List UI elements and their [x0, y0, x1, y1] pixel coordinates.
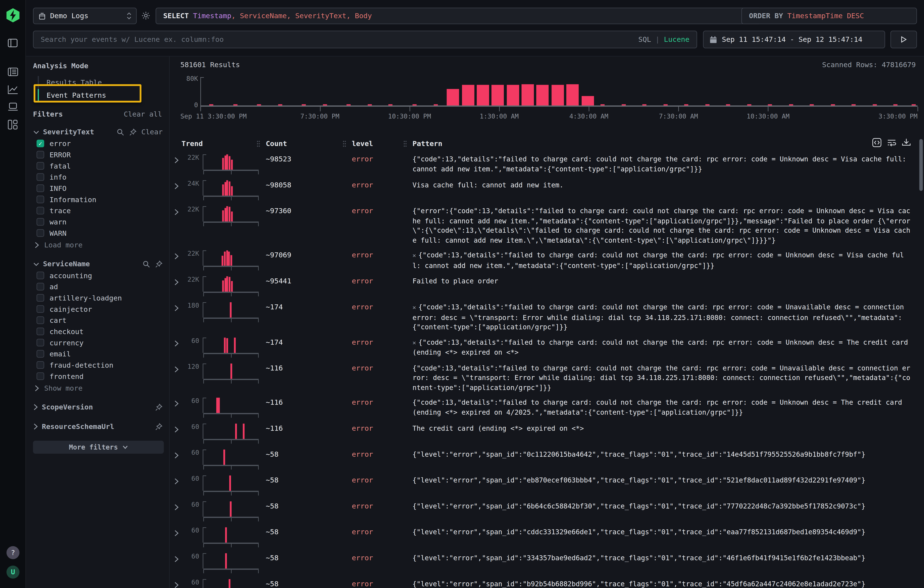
mode-event-patterns[interactable]: Event Patterns [38, 89, 164, 102]
column-resize-handle[interactable] [343, 140, 346, 147]
checkbox[interactable] [36, 184, 44, 192]
col-trend[interactable]: Trend [182, 140, 203, 148]
expand-row-chevron-icon[interactable] [170, 153, 182, 164]
filter-option-cart[interactable]: cart [33, 315, 164, 326]
checkbox[interactable] [36, 173, 44, 181]
load-more-link[interactable]: Load more [33, 240, 164, 250]
chart-explorer-icon[interactable] [8, 85, 18, 94]
checkbox[interactable] [36, 339, 44, 346]
pattern-row[interactable]: 22K~98523error{"code":13,"details":"fail… [170, 149, 919, 175]
pattern-row[interactable]: 60~116error{"code":13,"details":"failed … [170, 392, 919, 418]
histogram-bar[interactable] [566, 84, 579, 105]
pattern-text[interactable]: Visa cache full: cannot add new item. [412, 179, 919, 190]
pattern-row[interactable]: 60~58error{"level":"error","span_id":"0c… [170, 444, 919, 470]
pin-icon[interactable] [155, 403, 163, 411]
checkbox[interactable] [36, 162, 44, 170]
pattern-row[interactable]: 24K~98058errorVisa cache full: cannot ad… [170, 175, 919, 201]
filter-group-servicename[interactable]: ServiceName [33, 258, 164, 270]
checkbox[interactable] [36, 305, 44, 313]
filter-option-currency[interactable]: currency [33, 337, 164, 348]
pin-icon[interactable] [129, 128, 137, 136]
pattern-text[interactable]: {"error":{"code":13,"details":"failed to… [412, 205, 919, 245]
checkbox[interactable] [36, 196, 44, 203]
sql-select-editor[interactable]: SELECT Timestamp, ServiceName, SeverityT… [155, 8, 761, 24]
checkbox[interactable] [36, 316, 44, 324]
histogram-bar[interactable] [507, 85, 519, 105]
client-sessions-icon[interactable] [8, 102, 18, 111]
filter-option-warn[interactable]: WARN [33, 227, 164, 239]
col-pattern[interactable]: Pattern [412, 140, 442, 148]
filter-option-info[interactable]: info [33, 171, 164, 183]
filter-option-trace[interactable]: trace [33, 205, 164, 216]
pattern-row[interactable]: 60~58error{"level":"error","span_id":"33… [170, 548, 919, 574]
checkbox[interactable] [36, 151, 44, 158]
checkbox[interactable] [36, 372, 44, 380]
pattern-text[interactable]: {"code":13,"details":"failed to charge c… [412, 397, 919, 417]
filter-option-info[interactable]: INFO [33, 183, 164, 194]
expand-row-chevron-icon[interactable] [170, 362, 182, 373]
pattern-text[interactable]: {"code":13,"details":"failed to charge c… [412, 153, 919, 174]
date-range-picker[interactable]: Sep 11 15:47:14 - Sep 12 15:47:14 [703, 31, 885, 48]
filter-option-fraud-detection[interactable]: fraud-detection [33, 359, 164, 371]
more-filters-button[interactable]: More filters [33, 441, 164, 454]
pattern-text[interactable]: ✕{"code":13,"details":"failed to charge … [412, 301, 919, 332]
pattern-text[interactable]: {"code":13,"details":"failed to charge c… [412, 362, 919, 392]
pattern-row[interactable]: 60~58error{"level":"error","span_id":"eb… [170, 470, 919, 496]
filter-option-artillery-loadgen[interactable]: artillery-loadgen [33, 292, 164, 303]
source-settings-gear-icon[interactable] [142, 11, 150, 20]
checkbox[interactable]: ✓ [36, 140, 44, 147]
pattern-row[interactable]: 22K~95441errorFailed to place order [170, 271, 919, 297]
scrollbar-thumb[interactable] [919, 139, 923, 191]
results-histogram[interactable]: 80K 0 Sep 11 3:30:00 PM7:30:00 PM10:30:0… [200, 77, 917, 105]
clear-all-filters-link[interactable]: Clear all [124, 110, 162, 119]
histogram-bar[interactable] [536, 85, 549, 105]
histogram-bar[interactable] [477, 85, 489, 105]
checkbox[interactable] [36, 361, 44, 369]
checkbox[interactable] [36, 328, 44, 335]
search-logs-icon[interactable] [8, 67, 18, 77]
language-toggle[interactable]: SQL | Lucene [639, 35, 690, 44]
col-level[interactable]: level [352, 140, 373, 148]
download-icon[interactable] [902, 138, 911, 147]
code-braces-icon[interactable] [872, 138, 882, 147]
pattern-row[interactable]: 180~174error✕{"code":13,"details":"faile… [170, 297, 919, 332]
pattern-text[interactable]: ✕{"code":13,"details":"failed to charge … [412, 336, 919, 357]
wrap-lines-icon[interactable] [887, 138, 896, 147]
histogram-bar[interactable] [521, 84, 534, 105]
mode-results-table[interactable]: Results Table [38, 76, 164, 89]
pattern-row[interactable]: 60~58error{"level":"error","span_id":"6b… [170, 496, 919, 522]
pattern-text[interactable]: {"level":"error","span_id":"6b64c6c58842… [412, 500, 919, 511]
lang-sql[interactable]: SQL [639, 35, 651, 44]
pattern-row[interactable]: 60~58error{"level":"error","span_id":"b9… [170, 574, 919, 588]
run-query-button[interactable] [890, 31, 917, 48]
expand-row-chevron-icon[interactable] [170, 397, 182, 407]
filter-option-frontend[interactable]: frontend [33, 371, 164, 382]
filter-option-accounting[interactable]: accounting [33, 270, 164, 281]
expand-row-chevron-icon[interactable] [170, 578, 182, 588]
pattern-row[interactable]: 60~116errorThe credit card (ending <*> e… [170, 418, 919, 445]
hyperdx-logo-icon[interactable] [5, 8, 21, 23]
clear-group-link[interactable]: Clear [141, 128, 163, 136]
expand-row-chevron-icon[interactable] [170, 448, 182, 459]
help-button[interactable]: ? [7, 546, 20, 559]
filter-option-checkout[interactable]: checkout [33, 326, 164, 337]
search-icon[interactable] [117, 128, 124, 136]
expand-row-chevron-icon[interactable] [170, 205, 182, 216]
checkbox[interactable] [36, 350, 44, 357]
expand-row-chevron-icon[interactable] [170, 179, 182, 190]
sidebar-toggle-icon[interactable] [8, 38, 18, 48]
pin-icon[interactable] [155, 423, 163, 430]
table-scrollbar[interactable] [919, 137, 923, 587]
search-icon[interactable] [143, 260, 150, 268]
histogram-bar[interactable] [581, 96, 594, 105]
pattern-text[interactable]: Failed to place order [412, 275, 919, 286]
expand-row-chevron-icon[interactable] [170, 500, 182, 511]
histogram-bar[interactable] [462, 85, 474, 105]
pattern-row[interactable]: 60~174error✕{"code":13,"details":"failed… [170, 332, 919, 358]
expand-row-chevron-icon[interactable] [170, 249, 182, 260]
pattern-text[interactable]: {"level":"error","span_id":"eb870ecef063… [412, 474, 919, 485]
order-by-editor[interactable]: ORDER BY TimestampTime DESC [741, 8, 917, 24]
filter-option-email[interactable]: email [33, 348, 164, 359]
histogram-bar[interactable] [492, 85, 504, 105]
pattern-row[interactable]: 22K~97360error{"error":{"code":13,"detai… [170, 201, 919, 245]
